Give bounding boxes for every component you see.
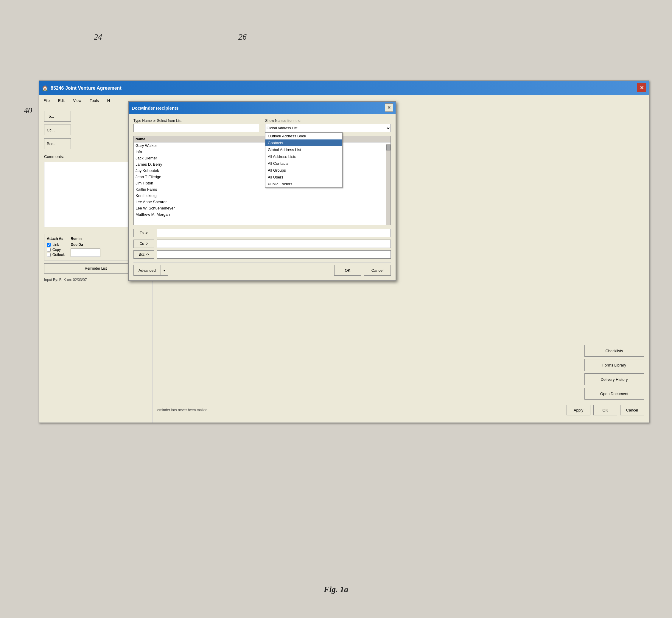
to-arrow-button[interactable]: To -> bbox=[133, 229, 154, 237]
dropdown-item-all-address-lists[interactable]: All Address Lists bbox=[265, 153, 342, 160]
menu-view[interactable]: View bbox=[71, 98, 83, 103]
cc-recipient-input[interactable] bbox=[157, 239, 391, 248]
dialog-close-button[interactable]: ✕ bbox=[385, 103, 393, 112]
link-checkbox[interactable] bbox=[47, 243, 50, 247]
due-date-title: Due Da bbox=[71, 242, 100, 247]
advanced-btn-container: Advanced ▼ bbox=[133, 265, 168, 276]
menu-tools[interactable]: Tools bbox=[88, 98, 100, 103]
cc-button[interactable]: Cc... bbox=[44, 124, 71, 135]
type-name-input[interactable] bbox=[133, 124, 259, 132]
main-window-title: 85246 Joint Venture Agreement bbox=[50, 86, 122, 91]
name-column-header: Name bbox=[134, 136, 390, 142]
name-item-matthew-morgan[interactable]: Matthew M. Morgan bbox=[134, 211, 390, 217]
menu-edit[interactable]: Edit bbox=[56, 98, 67, 103]
attach-as-title: Attach As bbox=[47, 236, 65, 241]
bcc-arrow-button[interactable]: Bcc -> bbox=[133, 250, 154, 259]
dropdown-item-global-address-list[interactable]: Global Address List bbox=[265, 146, 342, 153]
annotation-40: 40 bbox=[24, 106, 32, 115]
checklists-button[interactable]: Checklists bbox=[584, 345, 644, 357]
dialog-titlebar: DocMinder Recipients ✕ bbox=[129, 102, 396, 114]
name-item-jay-kohoutek[interactable]: Jay Kohoutek bbox=[134, 168, 390, 174]
dialog-footer: Advanced ▼ OK Cancel bbox=[133, 262, 391, 276]
show-names-select[interactable]: Global Address List Outlook Address Book… bbox=[265, 124, 391, 132]
dialog-cancel-button[interactable]: Cancel bbox=[364, 265, 391, 276]
docminder-dialog: DocMinder Recipients ✕ Type Name or Sele… bbox=[128, 101, 396, 281]
dropdown-item-all-contacts[interactable]: All Contacts bbox=[265, 160, 342, 167]
name-item-jean-elledge[interactable]: Jean T Elledge bbox=[134, 174, 390, 180]
reminder-title: Remin bbox=[71, 236, 100, 241]
names-list-section: Name Gary Walker Info Jack Diemer James … bbox=[133, 136, 391, 225]
name-item-lee-anne-shearer[interactable]: Lee Anne Shearer bbox=[134, 199, 390, 205]
dialog-title: DocMinder Recipients bbox=[132, 105, 179, 111]
show-names-label: Show Names from the: bbox=[265, 119, 391, 123]
dropdown-item-contacts[interactable]: Contacts bbox=[265, 139, 342, 146]
to-recipient-row: To -> bbox=[133, 229, 391, 237]
dialog-ok-button[interactable]: OK bbox=[334, 265, 361, 276]
main-window-titlebar: 🏠 85246 Joint Venture Agreement ✕ bbox=[39, 81, 649, 95]
open-document-button[interactable]: Open Document bbox=[584, 388, 644, 400]
show-names-dropdown: Outlook Address Book Contacts Global Add… bbox=[265, 132, 343, 188]
apply-button[interactable]: Apply bbox=[567, 405, 590, 415]
names-list-scrollbar[interactable] bbox=[386, 144, 390, 225]
name-item-jim-tipton[interactable]: Jim Tipton bbox=[134, 180, 390, 186]
dropdown-item-outlook-address-book[interactable]: Outlook Address Book bbox=[265, 133, 342, 139]
status-text: eminder has never been mailed. bbox=[157, 408, 564, 412]
forms-library-button[interactable]: Forms Library bbox=[584, 359, 644, 371]
menu-h[interactable]: H bbox=[105, 98, 112, 103]
to-recipient-input[interactable] bbox=[157, 229, 391, 237]
name-item-ken-lickteig[interactable]: Ken Lickteig bbox=[134, 193, 390, 199]
main-window-close-button[interactable]: ✕ bbox=[637, 83, 646, 92]
outlook-checkbox[interactable] bbox=[47, 253, 50, 257]
main-cancel-button[interactable]: Cancel bbox=[620, 405, 644, 415]
name-item-info[interactable]: Info bbox=[134, 149, 390, 155]
dialog-ok-cancel: OK Cancel bbox=[334, 265, 391, 276]
figure-caption: Fig. 1a bbox=[324, 585, 348, 594]
dropdown-item-all-groups[interactable]: All Groups bbox=[265, 167, 342, 174]
advanced-dropdown-arrow[interactable]: ▼ bbox=[161, 265, 168, 276]
bcc-button[interactable]: Bcc... bbox=[44, 138, 71, 149]
menu-file[interactable]: File bbox=[42, 98, 51, 103]
cc-arrow-button[interactable]: Cc -> bbox=[133, 239, 154, 248]
window-icon: 🏠 bbox=[42, 85, 48, 92]
annotation-24: 24 bbox=[94, 32, 102, 42]
advanced-button[interactable]: Advanced bbox=[133, 265, 161, 276]
cc-recipient-row: Cc -> bbox=[133, 239, 391, 248]
main-ok-button[interactable]: OK bbox=[593, 405, 617, 415]
to-button[interactable]: To... bbox=[44, 111, 71, 122]
recipient-fields: To -> Cc -> Bcc -> bbox=[133, 229, 391, 259]
bcc-recipient-input[interactable] bbox=[157, 250, 391, 259]
name-item-gary-walker[interactable]: Gary Walker bbox=[134, 142, 390, 149]
name-item-kaitlin-farris[interactable]: Kaitlin Farris bbox=[134, 186, 390, 193]
bcc-recipient-row: Bcc -> bbox=[133, 250, 391, 259]
name-item-jack-diemer[interactable]: Jack Diemer bbox=[134, 155, 390, 161]
delivery-history-button[interactable]: Delivery History bbox=[584, 373, 644, 385]
dropdown-item-all-users[interactable]: All Users bbox=[265, 174, 342, 181]
outlook-label: Outlook bbox=[52, 253, 65, 257]
name-item-lee-schuenemeyer[interactable]: Lee W. Schuenemeyer bbox=[134, 205, 390, 211]
dropdown-item-public-folders[interactable]: Public Folders bbox=[265, 181, 342, 187]
link-label: Link bbox=[52, 242, 59, 247]
name-item-james-berry[interactable]: James D. Berry bbox=[134, 161, 390, 168]
annotation-26: 26 bbox=[238, 32, 247, 42]
copy-checkbox[interactable] bbox=[47, 248, 50, 252]
type-name-label: Type Name or Select from List: bbox=[133, 119, 259, 123]
copy-label: Copy bbox=[52, 247, 61, 252]
